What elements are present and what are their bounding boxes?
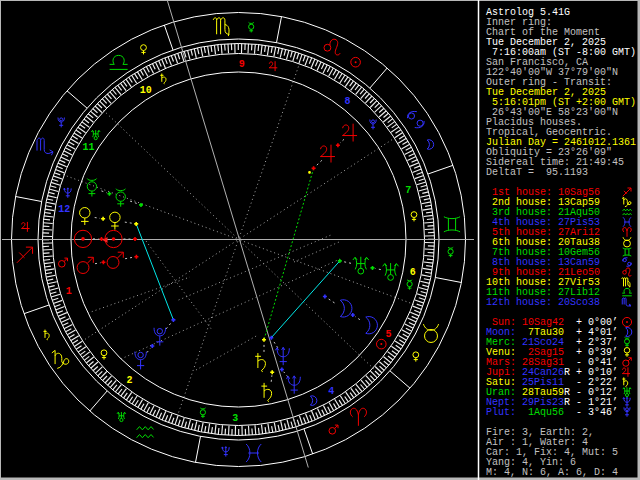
svg-text:2: 2: [126, 375, 132, 386]
svg-text:7: 7: [405, 185, 411, 196]
svg-text:10: 10: [140, 85, 152, 96]
svg-text:3: 3: [232, 413, 238, 424]
svg-text:6: 6: [410, 267, 416, 278]
svg-text:5: 5: [386, 329, 392, 340]
svg-text:Plut: 1Aqu56- 3°46’: Plut: 1Aqu56- 3°46’: [486, 407, 618, 418]
svg-text:12: 12: [58, 204, 70, 215]
svg-text:12th house: 20Sco38: 12th house: 20Sco38: [486, 297, 600, 308]
svg-text:9: 9: [239, 59, 245, 70]
svg-text:M: 4, N: 6, A: 6, D: 4: M: 4, N: 6, A: 6, D: 4: [486, 467, 618, 478]
svg-text:4: 4: [328, 386, 334, 397]
svg-text:11: 11: [82, 142, 94, 153]
svg-text:8: 8: [344, 96, 350, 107]
svg-text:1: 1: [66, 286, 72, 297]
svg-text:DeltaT = 95.1193: DeltaT = 95.1193: [486, 167, 588, 178]
